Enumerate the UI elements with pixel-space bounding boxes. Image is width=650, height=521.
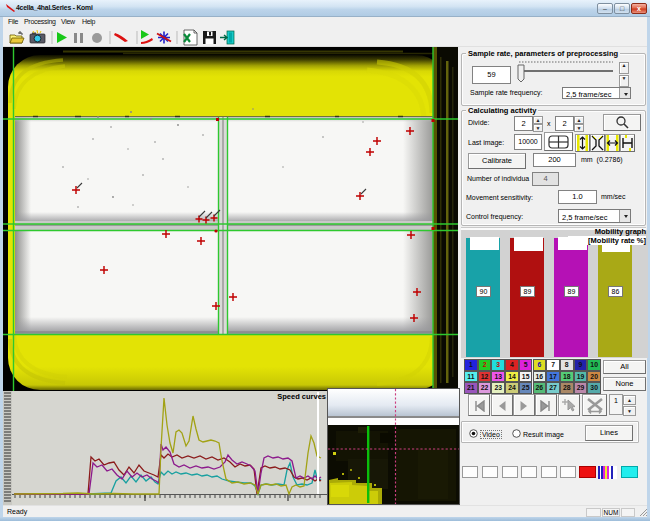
svg-text:Speed curves: Speed curves bbox=[277, 392, 326, 401]
